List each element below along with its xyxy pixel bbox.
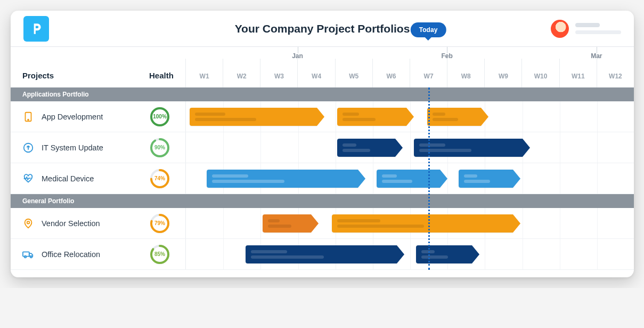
- gantt-bar[interactable]: [414, 139, 523, 157]
- week-header: W1: [185, 59, 223, 87]
- health-ring: 90%: [149, 137, 170, 158]
- gantt-bar[interactable]: [337, 139, 395, 157]
- week-header: W8: [447, 59, 484, 87]
- user-name-placeholder: [575, 23, 621, 34]
- project-row: Medical Device 74%: [11, 163, 634, 194]
- gantt-bar[interactable]: [416, 245, 472, 263]
- gantt-bar[interactable]: [377, 170, 440, 188]
- week-header: W9: [484, 59, 521, 87]
- page-title: Your Company Project Portfolios: [11, 22, 634, 35]
- svg-point-9: [27, 221, 30, 223]
- week-header: W5: [335, 59, 372, 87]
- user-menu[interactable]: [551, 20, 621, 38]
- project-cell[interactable]: App Development: [11, 110, 149, 124]
- column-header-projects: Projects: [11, 71, 149, 87]
- gantt-bar[interactable]: [207, 170, 358, 188]
- month-label: Feb: [441, 52, 452, 60]
- project-row: Vendor Selection 79%: [11, 208, 634, 239]
- logo-icon: [29, 22, 43, 36]
- health-ring: 100%: [149, 106, 170, 127]
- project-name: Vendor Selection: [42, 219, 100, 228]
- today-marker-pill: Today: [411, 22, 446, 37]
- tablet-icon: [21, 110, 35, 124]
- health-cell: 90%: [149, 137, 185, 158]
- project-row: IT System Update 90%: [11, 132, 634, 163]
- gantt-bar[interactable]: [263, 214, 311, 233]
- week-header: W2: [223, 59, 260, 87]
- health-ring: 79%: [149, 213, 170, 234]
- health-cell: 79%: [149, 213, 185, 234]
- health-ring: 74%: [149, 168, 170, 189]
- project-cell[interactable]: Office Relocation: [11, 247, 149, 261]
- header: Your Company Project Portfolios: [11, 11, 634, 47]
- week-header: W12: [597, 59, 634, 87]
- health-ring: 85%: [149, 244, 170, 265]
- health-cell: 74%: [149, 168, 185, 189]
- project-row: Office Relocation 85%: [11, 239, 634, 270]
- project-name: Office Relocation: [42, 250, 100, 259]
- gantt-chart: Projects Health W1W2W3W4W5W6W7W8W9W10W11…: [11, 47, 634, 277]
- week-header: W7: [410, 59, 447, 87]
- truck-icon: [21, 247, 35, 261]
- avatar: [551, 20, 569, 38]
- gantt-bar[interactable]: [427, 108, 482, 126]
- week-header: W10: [521, 59, 559, 87]
- project-name: IT System Update: [42, 143, 103, 152]
- timeline-cell: [185, 239, 634, 269]
- project-cell[interactable]: IT System Update: [11, 141, 149, 155]
- week-header: W6: [372, 59, 410, 87]
- timeline-cell: [185, 101, 634, 132]
- heartbeat-icon: [21, 172, 35, 186]
- group-band[interactable]: Applications Portfolio: [11, 87, 634, 101]
- health-cell: 85%: [149, 244, 185, 265]
- project-row: App Development 100%: [11, 101, 634, 132]
- app-logo[interactable]: [23, 16, 49, 42]
- gantt-bar[interactable]: [246, 245, 397, 263]
- timeline-cell: [185, 132, 634, 163]
- week-header: W3: [260, 59, 297, 87]
- project-cell[interactable]: Medical Device: [11, 172, 149, 186]
- map-pin-icon: [21, 217, 35, 230]
- week-header: W11: [559, 59, 597, 87]
- month-label: Mar: [591, 52, 602, 60]
- column-headers: Projects Health W1W2W3W4W5W6W7W8W9W10W11…: [11, 47, 634, 87]
- project-cell[interactable]: Vendor Selection: [11, 217, 149, 230]
- health-cell: 100%: [149, 106, 185, 127]
- gantt-body: Applications Portfolio App Development 1…: [11, 87, 634, 270]
- week-header: W4: [297, 59, 335, 87]
- project-name: App Development: [42, 113, 103, 121]
- timeline-cell: [185, 208, 634, 238]
- gantt-bar[interactable]: [190, 108, 317, 126]
- gantt-bar[interactable]: [332, 214, 513, 233]
- app-window: Your Company Project Portfolios Projects…: [11, 11, 634, 277]
- svg-point-1: [28, 119, 29, 120]
- timeline-cell: [185, 163, 634, 194]
- column-header-health: Health: [149, 71, 185, 87]
- gantt-bar[interactable]: [459, 170, 513, 188]
- gantt-bar[interactable]: [337, 108, 406, 126]
- arrow-up-circle-icon: [21, 141, 35, 155]
- project-name: Medical Device: [42, 174, 94, 183]
- month-label: Jan: [292, 52, 303, 60]
- group-band[interactable]: General Portfolio: [11, 194, 634, 208]
